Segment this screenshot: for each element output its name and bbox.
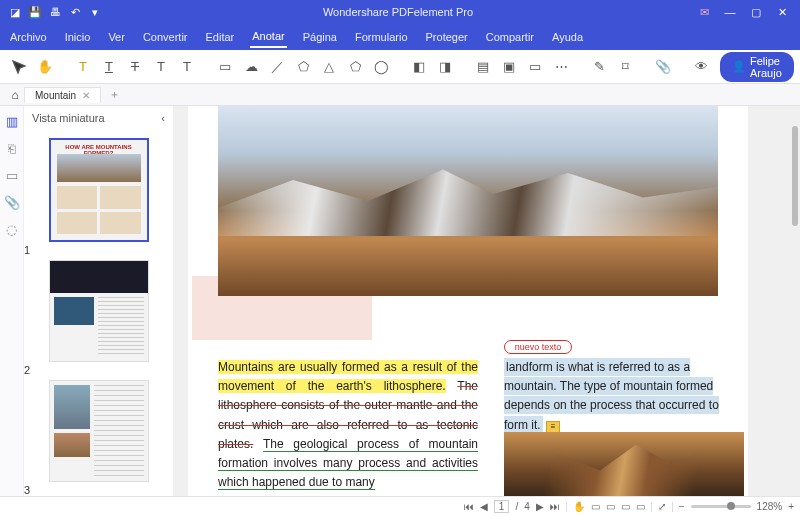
thumbnails-header: Vista miniatura ‹ (24, 106, 173, 130)
thumbnails-title: Vista miniatura (32, 112, 105, 124)
menu-editar[interactable]: Editar (204, 27, 237, 47)
sticky-note-icon[interactable]: ▤ (474, 58, 492, 76)
collapse-panel-icon[interactable]: ‹ (161, 112, 165, 124)
user-icon: 👤 (732, 60, 746, 73)
zoom-level[interactable]: 128% (757, 501, 783, 512)
menu-anotar[interactable]: Anotar (250, 26, 286, 48)
highlighted-text: Mountains are usually formed as a result… (218, 360, 478, 393)
first-page-icon[interactable]: ⏮ (464, 501, 474, 512)
thumbnails-panel-icon[interactable]: ▥ (6, 114, 18, 129)
redo-dropdown-icon[interactable]: ▾ (88, 5, 102, 19)
menu-convertir[interactable]: Convertir (141, 27, 190, 47)
underlined-text: The geological process of mountain forma… (218, 437, 478, 490)
home-tab-icon[interactable]: ⌂ (6, 88, 24, 102)
thumbnail-label: 1 (24, 244, 173, 256)
annotate-toolbar: ✋ T T T T T ▭ ☁ ／ ⬠ △ ⬠ ◯ ◧ ◨ ▤ ▣ ▭ ⋯ ✎ … (0, 50, 800, 84)
thumbnail-page-1[interactable]: HOW ARE MOUNTAINS FORMED? (49, 138, 149, 242)
new-tab-button[interactable]: ＋ (101, 87, 128, 102)
prev-page-icon[interactable]: ◀ (480, 501, 488, 512)
close-tab-icon[interactable]: ✕ (82, 90, 90, 101)
page-navigator[interactable]: ⏮ ◀ 1 / 4 ▶ ⏭ (458, 500, 566, 513)
thumbnail-page-2[interactable] (49, 260, 149, 362)
eraser-tool-icon[interactable]: ◧ (410, 58, 428, 76)
attachments-panel-icon[interactable]: 📎 (4, 195, 20, 210)
pentagon-shape-icon[interactable]: ⬠ (346, 58, 364, 76)
thumbnails-panel: Vista miniatura ‹ HOW ARE MOUNTAINS FORM… (24, 106, 174, 496)
thumbnails-list[interactable]: HOW ARE MOUNTAINS FORMED? 1 2 3 (24, 130, 173, 496)
line-shape-icon[interactable]: ／ (268, 58, 286, 76)
page-canvas: nuevo texto Mountains are usually formed… (188, 106, 748, 496)
bookmarks-panel-icon[interactable]: ⎗ (8, 141, 16, 156)
fullscreen-icon[interactable]: ⤢ (658, 501, 666, 512)
print-icon[interactable]: 🖶 (48, 5, 62, 19)
oval-shape-icon[interactable]: ◯ (372, 58, 390, 76)
status-bar: ⏮ ◀ 1 / 4 ▶ ⏭ ✋ ▭ ▭ ▭ ▭ ⤢ − 128% + (0, 496, 800, 516)
hide-annotations-icon[interactable]: 👁 (692, 58, 710, 76)
close-button[interactable]: ✕ (770, 6, 794, 19)
app-logo-icon[interactable]: ◪ (8, 5, 22, 19)
left-rail: ▥ ⎗ ▭ 📎 ◌ (0, 106, 24, 496)
user-account-button[interactable]: 👤 Felipe Araujo (720, 52, 794, 82)
stamp-tool-icon[interactable]: ⌑ (616, 58, 634, 76)
zoom-in-button[interactable]: + (788, 501, 794, 512)
attachment-tool-icon[interactable]: 📎 (654, 58, 672, 76)
secondary-image (504, 432, 744, 496)
notification-icon[interactable]: ✉ (692, 6, 716, 19)
arrow-shape-icon[interactable]: △ (320, 58, 338, 76)
fit-width-icon[interactable]: ▭ (591, 501, 600, 512)
underline-tool-icon[interactable]: T (100, 58, 118, 76)
hand-tool-icon[interactable]: ✋ (36, 58, 54, 76)
document-tab-label: Mountain (35, 90, 76, 101)
tags-panel-icon[interactable]: ▭ (6, 168, 18, 183)
callout-tool-icon[interactable]: ▭ (526, 58, 544, 76)
left-column-text[interactable]: Mountains are usually formed as a result… (218, 358, 478, 492)
squiggly-tool-icon[interactable]: T (152, 58, 170, 76)
thumbnail-label: 3 (24, 484, 173, 496)
maximize-button[interactable]: ▢ (744, 6, 768, 19)
menu-ver[interactable]: Ver (106, 27, 127, 47)
right-column-text[interactable]: landform is what is referred to as a mou… (504, 358, 744, 435)
zoom-slider[interactable] (691, 505, 751, 508)
continuous-icon[interactable]: ▭ (636, 501, 645, 512)
thumbnail-page-3[interactable] (49, 380, 149, 482)
area-eraser-tool-icon[interactable]: ◨ (436, 58, 454, 76)
user-name: Felipe Araujo (750, 55, 782, 79)
comments-panel-icon[interactable]: ◌ (6, 222, 17, 237)
more-shapes-icon[interactable]: ⋯ (552, 58, 570, 76)
select-tool-icon[interactable] (10, 58, 28, 76)
polygon-shape-icon[interactable]: ⬠ (294, 58, 312, 76)
save-icon[interactable]: 💾 (28, 5, 42, 19)
next-page-icon[interactable]: ▶ (536, 501, 544, 512)
area-highlight-text: landform is what is referred to as a mou… (504, 358, 719, 434)
signature-tool-icon[interactable]: ✎ (590, 58, 608, 76)
last-page-icon[interactable]: ⏭ (550, 501, 560, 512)
fit-page-icon[interactable]: ▭ (606, 501, 615, 512)
highlight-tool-icon[interactable]: T (74, 58, 92, 76)
textbox-tool-icon[interactable]: ▣ (500, 58, 518, 76)
menu-ayuda[interactable]: Ayuda (550, 27, 585, 47)
hand-mode-icon[interactable]: ✋ (573, 501, 585, 512)
page-sep: / (515, 501, 518, 512)
quick-access-toolbar: ◪ 💾 🖶 ↶ ▾ (0, 5, 110, 19)
zoom-out-button[interactable]: − (679, 501, 685, 512)
undo-icon[interactable]: ↶ (68, 5, 82, 19)
document-viewport[interactable]: nuevo texto Mountains are usually formed… (174, 106, 800, 496)
vertical-scrollbar[interactable] (792, 126, 798, 226)
menu-compartir[interactable]: Compartir (484, 27, 536, 47)
oval-annotation[interactable]: nuevo texto (504, 340, 572, 354)
cloud-shape-icon[interactable]: ☁ (242, 58, 260, 76)
sticky-note-annotation-icon[interactable]: ≡ (546, 421, 560, 433)
menu-archivo[interactable]: Archivo (8, 27, 49, 47)
menu-inicio[interactable]: Inicio (63, 27, 93, 47)
document-tab[interactable]: Mountain ✕ (24, 87, 101, 103)
caret-tool-icon[interactable]: T (178, 58, 196, 76)
minimize-button[interactable]: — (718, 6, 742, 19)
rectangle-shape-icon[interactable]: ▭ (216, 58, 234, 76)
two-page-icon[interactable]: ▭ (621, 501, 630, 512)
menu-pagina[interactable]: Página (301, 27, 339, 47)
window-controls: ✉ — ▢ ✕ (686, 6, 800, 19)
menu-proteger[interactable]: Proteger (424, 27, 470, 47)
menu-formulario[interactable]: Formulario (353, 27, 410, 47)
page-current[interactable]: 1 (494, 500, 510, 513)
strikethrough-tool-icon[interactable]: T (126, 58, 144, 76)
